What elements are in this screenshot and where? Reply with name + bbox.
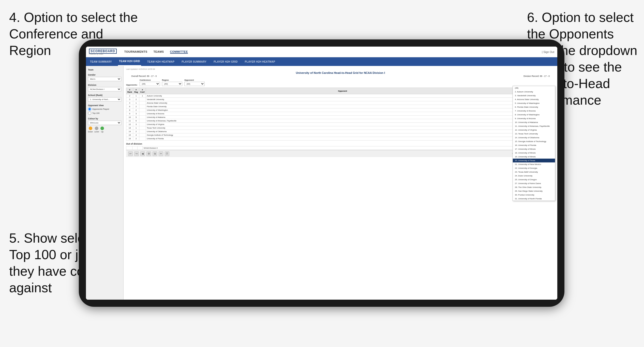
cell-opponent: Vanderbilt University <box>146 98 539 101</box>
dropdown-item[interactable]: 3. Vanderbilt University <box>513 94 555 98</box>
h2h-grid-table: #Rank #Rag #Conf Opponent Win Loss 2 1 1… <box>126 88 555 141</box>
dropdown-item[interactable]: 22. University of Georgia <box>513 166 555 170</box>
cell-opponent: University of Arizona <box>146 112 539 116</box>
conference-label: Conference <box>140 79 160 81</box>
dropdown-item[interactable]: 2. Auburn University <box>513 90 555 94</box>
opponent-select[interactable]: (All) <box>184 82 205 86</box>
table-row: 6 2 Florida State University 4 2 <box>126 105 555 108</box>
cell-opponent: Arizona State University <box>146 101 539 105</box>
legend-down-label: Down <box>88 131 93 133</box>
clock-button[interactable]: ⏱ <box>165 151 169 156</box>
dropdown-item[interactable]: 6. Florida State University <box>513 105 555 109</box>
dropdown-item[interactable]: 12. University of Virginia <box>513 128 555 132</box>
sidebar-opponent-view: Opponent View Opponents Played Top 100 <box>88 104 121 115</box>
opponent-view-label: Opponent View <box>88 104 121 107</box>
dropdown-item[interactable]: 31. University of North Florida <box>513 197 555 201</box>
cell-rag: 2 <box>133 105 139 108</box>
colour-by-select[interactable]: Win/Loss <box>88 121 121 125</box>
dropdown-item[interactable]: (All) <box>513 86 555 90</box>
dropdown-item[interactable]: 11. University of Arkansas, Fayetteville <box>513 124 555 128</box>
cell-rank: 8 <box>126 108 133 112</box>
nav-committee[interactable]: COMMITTEE <box>170 50 188 54</box>
legend-level-label: Level <box>94 131 99 133</box>
dropdown-item[interactable]: 30. Purdue University <box>513 193 555 197</box>
redo-button[interactable]: ↪ <box>134 151 139 156</box>
cell-conf <box>139 130 146 133</box>
dropdown-item[interactable]: 4. Arizona State University <box>513 98 555 101</box>
dropdown-item[interactable]: 7. University of Arizona <box>513 109 555 113</box>
dropdown-item[interactable]: 21. University of New Mexico <box>513 162 555 166</box>
dropdown-item[interactable]: 16. University of Florida <box>513 143 555 147</box>
dropdown-item[interactable]: 14. University of Oklahoma <box>513 136 555 140</box>
dropdown-item[interactable]: 5. University of Washington <box>513 101 555 105</box>
conference-filter: Conference (All) <box>140 79 160 86</box>
dropdown-item[interactable]: 10. University of Alabama <box>513 120 555 124</box>
nav-teams[interactable]: TEAMS <box>154 50 164 54</box>
dropdown-item[interactable]: 18. University of Illinois <box>513 151 555 155</box>
table-row: 12 3 University of Virginia 1 0 <box>126 123 555 126</box>
cell-rag: 1 <box>133 101 139 105</box>
radio-opponents-played[interactable]: Opponents Played <box>88 107 121 111</box>
subnav-team-h2h-heatmap[interactable]: TEAM H2H HEATMAP <box>146 57 175 66</box>
subnav-player-h2h-grid[interactable]: PLAYER H2H GRID <box>213 57 239 66</box>
radio-opponents-played-input[interactable] <box>88 107 91 111</box>
cell-rank: 12 <box>126 123 133 126</box>
legend-level-dot <box>95 127 98 130</box>
sidebar-division: Division NCAA Division I <box>88 84 121 91</box>
subnav-team-summary[interactable]: TEAM SUMMARY <box>89 57 113 66</box>
cell-rank: 6 <box>126 105 133 108</box>
settings-button[interactable]: ⚙ <box>146 151 151 156</box>
table-header-row: #Rank #Rag #Conf Opponent Win Loss <box>126 88 555 94</box>
cell-rank: 10 <box>126 116 133 119</box>
back-button[interactable]: ◀ <box>140 151 145 156</box>
dropdown-item[interactable]: 13. Texas Tech University <box>513 132 555 136</box>
dropdown-item[interactable]: 24. Duke University <box>513 174 555 178</box>
school-label: School (Rank) <box>88 94 121 96</box>
dropdown-item[interactable]: 23. Texas A&M University <box>513 170 555 174</box>
dropdown-item[interactable]: 28. The Ohio State University <box>513 185 555 189</box>
school-select[interactable]: 1. University of Nort... <box>88 97 121 102</box>
dropdown-item[interactable]: 9. University of Arizona <box>513 117 555 120</box>
nav-sign-out[interactable]: | Sign Out <box>542 50 554 53</box>
table-row: 14 2 University of Oklahoma 2 2 <box>126 130 555 133</box>
dropdown-item[interactable]: 20. University of Texas <box>513 159 555 162</box>
opponent-dropdown-panel[interactable]: (All)2. Auburn University3. Vanderbilt U… <box>513 86 555 201</box>
sidebar: Team Gender Men's Division NCAA Division… <box>86 66 124 300</box>
radio-top100[interactable]: Top 100 <box>88 112 121 115</box>
cell-rag: 2 <box>133 108 139 112</box>
cell-rank: 3 <box>126 98 133 101</box>
nav-tournaments[interactable]: TOURNAMENTS <box>124 50 147 54</box>
cell-conf <box>139 123 146 126</box>
conference-select[interactable]: (All) <box>140 82 160 86</box>
gender-select[interactable]: Men's <box>88 77 121 81</box>
table-row: 2 1 1 Auburn University 2 1 <box>126 94 555 98</box>
cell-rag: 3 <box>133 112 139 116</box>
cell-conf <box>138 146 143 150</box>
undo-button[interactable]: ↩ <box>128 151 133 156</box>
dropdown-item[interactable]: 19. University of Illinois <box>513 155 555 159</box>
legend-down: Down <box>88 127 93 133</box>
cut-button[interactable]: ✂ <box>159 151 163 156</box>
copy-button[interactable]: ⧉ <box>153 151 157 156</box>
radio-top100-input[interactable] <box>88 112 91 115</box>
subnav-player-summary[interactable]: PLAYER SUMMARY <box>181 57 207 66</box>
table-row: 3 2 Vanderbilt University 0 4 <box>126 98 555 101</box>
division-select[interactable]: NCAA Division I <box>88 87 121 91</box>
subnav-team-h2h-grid[interactable]: TEAM H2H GRID <box>118 57 141 66</box>
dropdown-item[interactable]: 25. University of Oregon <box>513 178 555 182</box>
cell-conf <box>139 101 146 105</box>
dropdown-item[interactable]: 29. San Diego State University <box>513 189 555 193</box>
dropdown-item[interactable]: 27. University of Notre Dame <box>513 182 555 185</box>
dropdown-item[interactable]: 15. Georgia Institute of Technology <box>513 140 555 143</box>
region-label: Region <box>162 79 182 81</box>
cell-conf <box>139 105 146 108</box>
subnav-player-h2h-heatmap[interactable]: PLAYER H2H HEATMAP <box>244 57 276 66</box>
division-record: Division Record: 88 - 17 - 0 <box>523 75 550 77</box>
team-label: Team <box>88 68 121 71</box>
dropdown-item[interactable]: 8. University of Washington <box>513 113 555 117</box>
dropdown-item[interactable]: 17. University of Illinois <box>513 147 555 151</box>
region-select[interactable]: (All) <box>162 82 182 86</box>
opponent-label: Opponent <box>184 79 205 81</box>
th-rag: #Rag <box>133 88 139 94</box>
cell-rag: 2 <box>133 98 139 101</box>
